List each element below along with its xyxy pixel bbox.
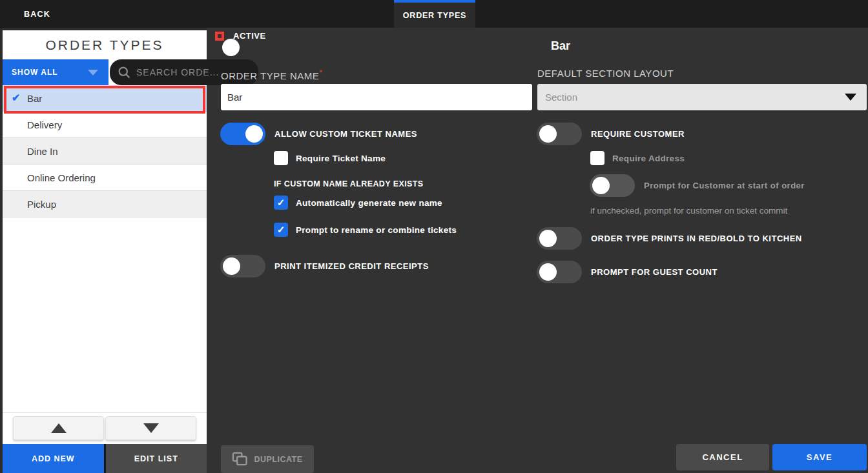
back-button[interactable]: BACK	[24, 0, 50, 28]
move-down-button[interactable]	[105, 416, 196, 440]
if-custom-name-exists-heading: IF CUSTOM NAME ALREADY EXISTS	[274, 179, 424, 188]
toggle-knob	[592, 177, 610, 194]
auto-generate-row: ✓ Automatically generate new name	[274, 196, 442, 210]
order-type-name-input[interactable]	[221, 84, 532, 110]
search-icon	[118, 66, 131, 79]
list-item[interactable]: ✔ Delivery	[3, 112, 207, 138]
default-section-layout-select[interactable]: Section	[537, 84, 867, 110]
prompt-rename-label: Prompt to rename or combine tickets	[296, 225, 457, 235]
list-item[interactable]: ✔ Dine In	[3, 138, 207, 165]
reorder-controls	[3, 412, 207, 444]
toggle-knob	[245, 125, 263, 143]
toggle-knob	[222, 39, 240, 56]
move-up-button[interactable]	[13, 416, 104, 440]
print-itemized-toggle[interactable]	[220, 255, 265, 277]
list-item-label: Bar	[27, 93, 42, 104]
sidebar-footer: ADD NEW EDIT LIST	[3, 444, 207, 473]
auto-generate-label: Automatically generate new name	[296, 198, 442, 208]
show-all-dropdown[interactable]: SHOW ALL	[3, 59, 108, 85]
default-section-layout-label: DEFAULT SECTION LAYOUT	[537, 68, 674, 79]
prompt-customer-start-toggle[interactable]	[590, 174, 635, 197]
require-ticket-name-checkbox[interactable]: ✓	[274, 151, 288, 165]
duplicate-button[interactable]: DUPLICATE	[221, 445, 314, 473]
highlight-frame	[215, 32, 224, 41]
chevron-down-icon	[88, 70, 98, 75]
detail-title: Bar	[528, 39, 593, 53]
active-label: ACTIVE	[233, 31, 266, 41]
duplicate-label: DUPLICATE	[254, 455, 302, 464]
prints-red-bold-row: ORDER TYPE PRINTS IN RED/BOLD TO KITCHEN	[537, 227, 802, 250]
selected-check-icon: ✔	[12, 92, 20, 104]
sidebar-title: ORDER TYPES	[3, 30, 207, 59]
select-value: Section	[545, 92, 845, 103]
prints-red-bold-label: ORDER TYPE PRINTS IN RED/BOLD TO KITCHEN	[591, 234, 802, 243]
prompt-guest-count-row: PROMPT FOR GUEST COUNT	[537, 261, 718, 283]
order-type-name-label: ORDER TYPE NAME*	[221, 68, 323, 81]
edit-list-button[interactable]: EDIT LIST	[106, 444, 207, 473]
allow-custom-ticket-names-toggle[interactable]	[220, 123, 265, 145]
require-customer-toggle[interactable]	[537, 123, 582, 145]
list-item-label: Online Ordering	[27, 172, 96, 183]
sidebar-spacer	[3, 217, 207, 412]
sidebar: ORDER TYPES SHOW ALL ✔ Bar ✔ Delivery ✔ …	[3, 30, 207, 473]
save-button[interactable]: SAVE	[772, 444, 867, 470]
add-new-button[interactable]: ADD NEW	[3, 444, 104, 473]
list-item-label: Pickup	[27, 199, 56, 210]
print-itemized-label: PRINT ITEMIZED CREDIT RECEIPTS	[274, 261, 429, 271]
require-customer-row: REQUIRE CUSTOMER	[537, 123, 685, 145]
print-itemized-row: PRINT ITEMIZED CREDIT RECEIPTS	[220, 255, 429, 277]
list-item[interactable]: ✔ Pickup	[3, 191, 207, 217]
check-icon: ✓	[277, 224, 285, 236]
show-all-label: SHOW ALL	[12, 68, 58, 77]
prints-red-bold-toggle[interactable]	[537, 227, 582, 250]
prompt-customer-start-row: Prompt for Customer at start of order	[590, 174, 805, 197]
auto-generate-checkbox[interactable]: ✓	[274, 196, 288, 210]
filter-row: SHOW ALL	[3, 59, 207, 85]
list-item-label: Dine In	[27, 146, 58, 157]
cancel-button[interactable]: CANCEL	[676, 444, 769, 470]
chevron-down-icon	[845, 94, 856, 101]
order-type-list: ✔ Bar ✔ Delivery ✔ Dine In ✔ Online Orde…	[3, 85, 207, 217]
list-item-label: Delivery	[27, 119, 62, 130]
duplicate-icon	[232, 452, 248, 467]
check-icon: ✓	[277, 197, 285, 208]
require-customer-label: REQUIRE CUSTOMER	[591, 129, 685, 139]
prompt-customer-start-label: Prompt for Customer at start of order	[644, 181, 805, 190]
tab-order-types[interactable]: ORDER TYPES	[394, 0, 475, 28]
require-ticket-name-label: Require Ticket Name	[296, 154, 386, 163]
toggle-knob	[539, 125, 557, 143]
require-address-label: Require Address	[612, 154, 685, 163]
require-ticket-name-row: ✓ Require Ticket Name	[274, 151, 386, 165]
arrow-down-icon	[143, 423, 159, 433]
prompt-guest-count-toggle[interactable]	[537, 261, 582, 283]
allow-custom-ticket-names-row: ALLOW CUSTOM TICKET NAMES	[220, 123, 417, 145]
require-address-row: ✓ Require Address	[590, 151, 685, 165]
toggle-knob	[223, 257, 240, 275]
list-item[interactable]: ✔ Online Ordering	[3, 165, 207, 191]
allow-custom-ticket-names-label: ALLOW CUSTOM TICKET NAMES	[274, 129, 417, 139]
prompt-guest-count-label: PROMPT FOR GUEST COUNT	[591, 267, 718, 277]
prompt-rename-checkbox[interactable]: ✓	[274, 223, 288, 237]
toggle-knob	[539, 263, 557, 281]
active-row: ACTIVE	[215, 31, 266, 41]
require-address-checkbox[interactable]: ✓	[590, 151, 604, 165]
prompt-customer-note: if unchecked, prompt for customer on tic…	[590, 206, 787, 216]
list-item[interactable]: ✔ Bar	[3, 85, 207, 112]
arrow-up-icon	[51, 423, 67, 433]
toggle-knob	[539, 230, 557, 247]
prompt-rename-row: ✓ Prompt to rename or combine tickets	[274, 223, 457, 237]
required-asterisk: *	[319, 68, 323, 77]
